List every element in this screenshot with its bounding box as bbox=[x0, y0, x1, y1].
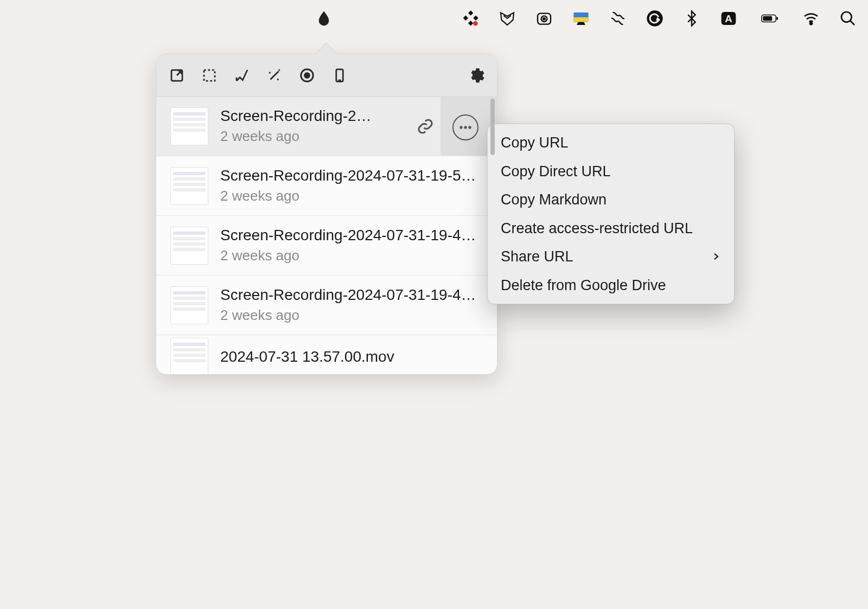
fox-icon[interactable] bbox=[498, 9, 516, 28]
camera-icon[interactable] bbox=[535, 9, 553, 28]
thumbnail bbox=[170, 338, 208, 374]
battery-icon[interactable] bbox=[756, 9, 783, 28]
svg-rect-15 bbox=[763, 16, 772, 21]
list-item[interactable]: Screen-Recording-2… 2 weeks ago bbox=[156, 97, 497, 156]
chevron-right-icon bbox=[711, 246, 721, 268]
svg-point-23 bbox=[305, 73, 310, 78]
scrollbar-thumb[interactable] bbox=[490, 99, 495, 155]
item-title: Screen-Recording-2024-07-31-19-5… bbox=[220, 167, 483, 184]
menu-label: Copy Markdown bbox=[501, 189, 607, 211]
menu-share-url[interactable]: Share URL bbox=[488, 242, 734, 271]
compose-icon[interactable] bbox=[166, 65, 188, 86]
record-icon[interactable] bbox=[296, 65, 318, 86]
list-item[interactable]: Screen-Recording-2024-07-31-19-4… 2 week… bbox=[156, 275, 497, 335]
menu-copy-url[interactable]: Copy URL bbox=[488, 129, 734, 157]
menu-label: Create access-restricted URL bbox=[501, 217, 693, 240]
app-panel: Screen-Recording-2… 2 weeks ago Screen-R… bbox=[156, 54, 497, 375]
wifi-icon[interactable] bbox=[802, 9, 820, 28]
thumbnail bbox=[170, 286, 208, 324]
svg-point-4 bbox=[473, 21, 478, 26]
svg-point-28 bbox=[468, 126, 471, 129]
svg-point-27 bbox=[464, 126, 467, 129]
svg-rect-0 bbox=[468, 10, 473, 15]
svg-rect-2 bbox=[473, 16, 478, 21]
svg-rect-1 bbox=[463, 16, 468, 21]
selection-icon[interactable] bbox=[199, 65, 220, 86]
item-actions bbox=[413, 114, 437, 138]
annotate-icon[interactable] bbox=[231, 65, 253, 86]
svg-line-19 bbox=[850, 21, 854, 25]
menu-copy-direct-url[interactable]: Copy Direct URL bbox=[488, 157, 734, 186]
item-subtitle: 2 weeks ago bbox=[220, 307, 483, 324]
item-subtitle: 2 weeks ago bbox=[220, 247, 483, 264]
spotlight-icon[interactable] bbox=[839, 9, 857, 28]
bluetooth-icon[interactable] bbox=[682, 9, 701, 28]
recordings-list: Screen-Recording-2… 2 weeks ago Screen-R… bbox=[156, 97, 497, 374]
item-title: Screen-Recording-2… bbox=[220, 107, 372, 125]
menu-delete-drive[interactable]: Delete from Google Drive bbox=[488, 271, 734, 300]
svg-text:A: A bbox=[725, 13, 732, 24]
menu-label: Copy Direct URL bbox=[501, 161, 611, 183]
menu-label: Copy URL bbox=[501, 132, 569, 154]
display-flag-icon[interactable] bbox=[572, 9, 590, 28]
menu-label: Delete from Google Drive bbox=[501, 274, 666, 297]
list-item[interactable]: Screen-Recording-2024-07-31-19-5… 2 week… bbox=[156, 156, 497, 216]
svg-point-26 bbox=[459, 126, 462, 129]
input-a-icon[interactable]: A bbox=[719, 9, 738, 28]
item-subtitle: 2 weeks ago bbox=[220, 188, 483, 204]
item-title: 2024-07-31 13.57.00.mov bbox=[220, 348, 483, 366]
panel-toolbar bbox=[156, 54, 497, 97]
script-icon[interactable] bbox=[609, 9, 627, 28]
grammarly-icon[interactable] bbox=[646, 9, 664, 28]
diamonds-icon[interactable] bbox=[461, 9, 480, 28]
context-menu: Copy URL Copy Direct URL Copy Markdown C… bbox=[487, 124, 735, 304]
svg-rect-9 bbox=[574, 12, 589, 17]
item-subtitle: 2 weeks ago bbox=[220, 128, 407, 145]
svg-rect-16 bbox=[776, 17, 778, 20]
list-item[interactable]: 2024-07-31 13.57.00.mov bbox=[156, 335, 497, 374]
thumbnail bbox=[170, 167, 208, 205]
menubar-left bbox=[315, 0, 333, 37]
svg-point-18 bbox=[841, 12, 852, 22]
menu-label: Share URL bbox=[501, 246, 573, 268]
menubar-right: A bbox=[461, 9, 857, 28]
menubar: A bbox=[0, 0, 868, 37]
gear-icon[interactable] bbox=[465, 65, 487, 86]
thumbnail bbox=[170, 227, 208, 265]
menu-create-restricted-url[interactable]: Create access-restricted URL bbox=[488, 214, 734, 243]
item-title: Screen-Recording-2024-07-31-19-4… bbox=[220, 286, 483, 304]
svg-point-7 bbox=[543, 18, 545, 20]
svg-point-17 bbox=[810, 22, 812, 24]
item-title: Screen-Recording-2024-07-31-19-4… bbox=[220, 227, 483, 244]
drop-icon[interactable] bbox=[315, 9, 333, 28]
more-icon[interactable] bbox=[452, 114, 478, 140]
list-item[interactable]: Screen-Recording-2024-07-31-19-4… 2 week… bbox=[156, 216, 497, 275]
menu-copy-markdown[interactable]: Copy Markdown bbox=[488, 185, 734, 214]
link-icon[interactable] bbox=[413, 114, 437, 138]
svg-rect-10 bbox=[574, 17, 589, 22]
device-icon[interactable] bbox=[329, 65, 350, 86]
magic-icon[interactable] bbox=[264, 65, 285, 86]
thumbnail bbox=[170, 107, 208, 145]
svg-rect-21 bbox=[204, 70, 215, 81]
svg-rect-3 bbox=[468, 21, 473, 25]
